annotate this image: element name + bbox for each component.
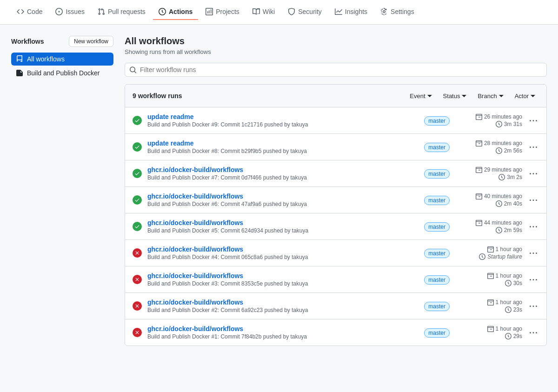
search-box xyxy=(125,63,547,77)
new-workflow-button[interactable]: New workflow xyxy=(69,36,113,47)
branch-badge: master xyxy=(424,143,450,152)
row-branch: master xyxy=(424,249,450,257)
run-time: 40 minutes ago xyxy=(476,193,522,199)
row-title[interactable]: ghcr.io/docker-build/workflows xyxy=(147,193,417,200)
row-info: update readme Build and Publish Docker #… xyxy=(147,140,417,154)
table-row: ghcr.io/docker-build/workflows Build and… xyxy=(125,213,546,240)
table-row: ghcr.io/docker-build/workflows Build and… xyxy=(125,160,546,187)
workflow-rows: update readme Build and Publish Docker #… xyxy=(125,107,546,345)
row-title[interactable]: update readme xyxy=(147,140,417,147)
row-info: ghcr.io/docker-build/workflows Build and… xyxy=(147,193,417,207)
sidebar-item-build-publish-label: Build and Publish Docker xyxy=(27,69,100,77)
sidebar-item-all-workflows-label: All workflows xyxy=(27,55,65,63)
row-meta: 44 minutes ago 2m 59s xyxy=(457,219,522,233)
table-header-filters: Event Status Branch Actor xyxy=(406,90,539,101)
row-title[interactable]: update readme xyxy=(147,113,417,120)
run-duration: 2m 40s xyxy=(496,200,522,207)
row-subtitle: Build and Publish Docker #3: Commit 8353… xyxy=(147,280,417,287)
table-row: update readme Build and Publish Docker #… xyxy=(125,107,546,134)
run-time: 1 hour ago xyxy=(487,246,522,252)
row-branch: master xyxy=(424,302,450,310)
top-nav: Code Issues Pull requests Actions Projec… xyxy=(0,0,558,25)
row-info: ghcr.io/docker-build/workflows Build and… xyxy=(147,219,417,234)
branch-badge: master xyxy=(424,249,450,258)
status-icon xyxy=(133,142,142,152)
row-more-actions-button[interactable] xyxy=(528,300,539,312)
row-subtitle: Build and Publish Docker #7: Commit 0d7f… xyxy=(147,174,417,181)
run-time: 1 hour ago xyxy=(487,326,522,332)
row-subtitle: Build and Publish Docker #8: Commit b29f… xyxy=(147,148,417,154)
nav-issues[interactable]: Issues xyxy=(50,4,90,20)
sidebar-nav: All workflows Build and Publish Docker xyxy=(11,53,113,80)
row-more-actions-button[interactable] xyxy=(528,326,539,338)
row-more-actions-button[interactable] xyxy=(528,247,539,259)
sidebar-item-all-workflows[interactable]: All workflows xyxy=(11,53,113,66)
run-duration: 3m 2s xyxy=(498,174,522,180)
code-icon xyxy=(17,8,24,15)
main-container: Workflows New workflow All workflows Bui… xyxy=(0,25,558,357)
status-filter-button[interactable]: Status xyxy=(439,90,471,101)
branch-badge: master xyxy=(424,196,450,205)
status-icon xyxy=(133,116,142,125)
run-count: 9 workflow runs xyxy=(133,92,406,100)
table-row: ghcr.io/docker-build/workflows Build and… xyxy=(125,293,546,319)
row-title[interactable]: ghcr.io/docker-build/workflows xyxy=(147,246,417,253)
nav-settings[interactable]: Settings xyxy=(375,4,420,20)
row-title[interactable]: ghcr.io/docker-build/workflows xyxy=(147,166,417,173)
row-title[interactable]: ghcr.io/docker-build/workflows xyxy=(147,325,417,332)
table-row: ghcr.io/docker-build/workflows Build and… xyxy=(125,187,546,213)
status-icon xyxy=(133,169,142,178)
table-header: 9 workflow runs Event Status Branch xyxy=(125,85,546,107)
row-more-actions-button[interactable] xyxy=(528,273,539,285)
nav-pull-requests[interactable]: Pull requests xyxy=(92,4,151,20)
row-info: ghcr.io/docker-build/workflows Build and… xyxy=(147,272,417,287)
run-duration: 23s xyxy=(505,306,522,313)
row-branch: master xyxy=(424,196,450,204)
security-icon xyxy=(288,8,295,15)
nav-insights[interactable]: Insights xyxy=(329,4,373,20)
workflow-table: 9 workflow runs Event Status Branch xyxy=(125,84,547,346)
run-time: 1 hour ago xyxy=(487,272,522,279)
row-branch: master xyxy=(424,223,450,230)
table-row: update readme Build and Publish Docker #… xyxy=(125,134,546,160)
branch-filter-button[interactable]: Branch xyxy=(474,90,507,101)
sidebar: Workflows New workflow All workflows Bui… xyxy=(11,36,113,346)
nav-code[interactable]: Code xyxy=(11,4,48,20)
branch-badge: master xyxy=(424,222,450,232)
workflow-list-icon xyxy=(16,55,23,63)
row-branch: master xyxy=(424,117,450,124)
sidebar-item-build-publish-docker[interactable]: Build and Publish Docker xyxy=(11,66,113,80)
workflow-icon xyxy=(16,69,23,77)
row-more-actions-button[interactable] xyxy=(528,194,539,206)
row-more-actions-button[interactable] xyxy=(528,114,539,126)
status-icon xyxy=(133,248,142,258)
branch-badge: master xyxy=(424,116,450,126)
row-meta: 26 minutes ago 3m 31s xyxy=(457,113,522,127)
row-title[interactable]: ghcr.io/docker-build/workflows xyxy=(147,272,417,279)
row-info: ghcr.io/docker-build/workflows Build and… xyxy=(147,246,417,260)
branch-badge: master xyxy=(424,275,450,285)
row-branch: master xyxy=(424,143,450,151)
row-title[interactable]: ghcr.io/docker-build/workflows xyxy=(147,299,417,306)
status-icon xyxy=(133,301,142,311)
row-branch: master xyxy=(424,170,450,177)
row-info: ghcr.io/docker-build/workflows Build and… xyxy=(147,166,417,181)
row-more-actions-button[interactable] xyxy=(528,167,539,179)
run-duration: 2m 59s xyxy=(496,227,522,233)
search-icon xyxy=(129,66,137,73)
nav-projects[interactable]: Projects xyxy=(200,4,245,20)
run-duration: 30s xyxy=(505,280,522,286)
row-title[interactable]: ghcr.io/docker-build/workflows xyxy=(147,219,417,226)
search-input[interactable] xyxy=(125,63,547,77)
nav-actions[interactable]: Actions xyxy=(153,4,198,20)
row-more-actions-button[interactable] xyxy=(528,141,539,153)
run-time: 29 minutes ago xyxy=(476,166,522,173)
actor-filter-button[interactable]: Actor xyxy=(511,90,539,101)
row-meta: 1 hour ago 30s xyxy=(457,272,522,286)
row-subtitle: Build and Publish Docker #1: Commit 7f84… xyxy=(147,333,417,340)
event-filter-button[interactable]: Event xyxy=(406,90,435,101)
nav-security[interactable]: Security xyxy=(282,4,327,20)
row-subtitle: Build and Publish Docker #5: Commit 624d… xyxy=(147,227,417,234)
row-more-actions-button[interactable] xyxy=(528,220,539,232)
nav-wiki[interactable]: Wiki xyxy=(247,4,280,20)
